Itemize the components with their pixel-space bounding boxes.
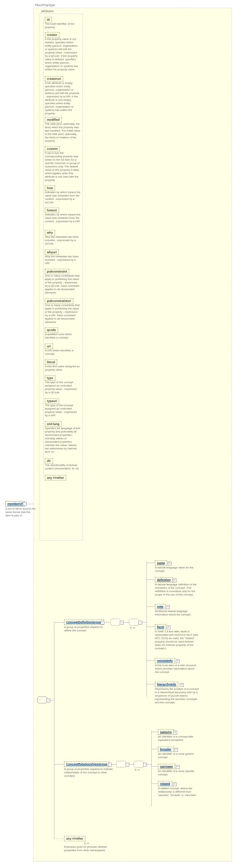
attr-xmllang[interactable]: xml:lang [45,421,61,427]
attr-label: dir [47,459,51,463]
attr-label: uri [47,345,51,348]
expand-child-sameas[interactable]: + [174,731,177,734]
attr-label: qcode [47,328,56,332]
occur-label-1: 0..∞ [130,626,135,629]
attr-label: how [47,186,53,190]
attr-id[interactable]: id [45,17,52,22]
attr-howuri-desc: Indicates by which means the value was e… [45,213,80,223]
child-definition-desc: A natural language definition of the sem… [155,583,199,596]
child-sameas[interactable]: sameAs [158,729,174,735]
child-hierarchyinfo-desc: Represents the position of a concept in … [155,687,199,704]
expand-child-definition[interactable]: + [173,579,177,582]
attr-custom-desc: If set to true the corresponding propert… [45,151,80,182]
group-label: ConceptRelationshipsGroup [66,763,107,766]
attr-literal[interactable]: literal [45,359,57,365]
child-narrower[interactable]: narrower [158,764,175,769]
expand-toggle-choice1[interactable]: - [120,621,124,625]
sequence-icon: ⋯ [39,698,42,701]
root-node-memberof[interactable]: memberOf [5,501,25,507]
choice-indicator-2 [116,761,126,768]
attr-qcode-desc: A qualified code which identifies a conc… [45,333,80,339]
expand-child-facet[interactable]: + [167,626,170,629]
child-remoteinfo[interactable]: remoteInfo [155,658,175,663]
attr-wildcard[interactable]: any ##other [45,475,66,480]
group-conceptdefinition[interactable]: ConceptDefinitionGroup [64,619,104,625]
attr-how-desc: Indicates by which means the value was e… [45,191,80,204]
ext-desc: Extension point for provider-defined pro… [64,845,108,852]
canvas: Flex1PropType memberOf - A set of Items … [0,0,238,868]
attr-literal-desc: A free-text value assigned as property v… [45,365,80,372]
child-broader-desc: An identifier of a more generic concept. [158,752,202,759]
attr-creatoruri[interactable]: creatoruri [45,76,63,81]
root-desc: A set of Items around the same theme tha… [5,507,36,517]
conceptdefinition-desc: A group of properties required to define… [64,626,108,632]
choice-indicator-1 [110,619,121,626]
attr-modified-desc: The date (and, optionally, the time) whe… [45,122,80,143]
attr-uri[interactable]: uri [45,344,53,349]
attr-creator-desc: If the property value is not defined, sp… [45,38,80,71]
attr-creatoruri-desc: If the attribute is empty, specifies whi… [45,81,80,115]
expand-child-broader[interactable]: + [174,748,178,752]
occur-indicator-1 [129,619,139,626]
attr-custom[interactable]: custom [45,146,60,151]
child-name-desc: A natural language name for the concept. [155,566,199,573]
expand-toggle-choice2[interactable]: - [126,763,129,767]
attr-xmllang-desc: Specifies the language of this property … [45,427,80,454]
attr-creator[interactable]: creator [45,32,59,38]
attr-label: any ##other [47,476,64,479]
attr-why-desc: Why the metadata has been included - exp… [45,235,80,245]
attr-dir[interactable]: dir [45,458,53,464]
attr-label: custom [47,147,58,150]
child-broader[interactable]: broader [158,747,174,752]
attr-qcode[interactable]: qcode [45,327,58,333]
expand-child-remoteinfo[interactable]: + [176,659,180,663]
child-definition[interactable]: definition [155,577,173,583]
expand-child-name[interactable]: + [168,562,171,565]
attr-label: type [47,376,53,380]
attr-dir-desc: The directionality of textual content (e… [45,464,80,470]
conceptrelationships-desc: A group of properties required to indica… [64,768,113,778]
child-related[interactable]: related [158,781,172,787]
attr-typeuri[interactable]: typeuri [45,398,59,404]
ext-anyother-element[interactable]: any ##other [64,836,85,841]
child-related-desc: A related concept, where the relationshi… [158,787,202,797]
child-label: narrower [160,765,173,768]
expand-toggle-occur1[interactable]: - [138,621,142,625]
child-narrower-desc: An identifier of a more specific concept… [158,770,202,776]
child-label: related [160,782,170,785]
attr-label: creator [47,33,57,37]
expand-toggle-sequence[interactable]: - [47,699,50,702]
expand-toggle-occur2[interactable]: - [143,763,147,767]
child-name[interactable]: name [155,560,167,566]
attr-how[interactable]: how [45,185,55,191]
child-hierarchyinfo[interactable]: hierarchyInfo [155,682,178,687]
attr-label: id [47,18,50,21]
attr-typeuri-desc: The type of the concept assigned as cont… [45,404,80,417]
expand-toggle-conceptdefinition[interactable]: - [101,621,104,625]
attr-pubconstrainturi[interactable]: pubconstrainturi [45,298,73,304]
attr-whyuri-desc: Why the metadata has been included - exp… [45,255,80,265]
attr-howuri[interactable]: howuri [45,208,59,213]
attr-type[interactable]: type [45,375,55,381]
type-name-label: Flex1PropType [35,3,55,7]
attr-pubconstraint[interactable]: pubconstraint [45,269,69,274]
attr-whyuri[interactable]: whyuri [45,250,59,255]
attr-why[interactable]: why [45,230,55,235]
child-label: name [157,561,165,565]
attr-label: creatoruri [47,77,61,80]
group-conceptrelationships[interactable]: ConceptRelationshipsGroup [64,761,109,767]
expand-toggle-conceptrelationships[interactable]: - [108,763,112,767]
attr-modified[interactable]: modified [45,117,62,122]
expand-child-narrower[interactable]: + [176,765,180,769]
attr-label: pubconstraint [47,270,67,273]
child-note[interactable]: note [155,604,165,609]
attr-pubconstraint-desc: One or many constraints that apply to pu… [45,274,80,295]
attr-type-desc: The type of the concept assigned as cont… [45,381,80,394]
occur-label-2: 0..∞ [135,768,140,771]
expand-child-related[interactable]: + [173,782,177,786]
expand-child-note[interactable]: + [166,605,170,609]
child-facet[interactable]: facet [155,624,166,630]
child-sameas-desc: An identifier of a concept with equivale… [158,735,202,742]
child-remoteinfo-desc: A link to an item or a web resource whic… [155,664,199,674]
expand-child-hierarchyinfo[interactable]: + [180,683,184,687]
